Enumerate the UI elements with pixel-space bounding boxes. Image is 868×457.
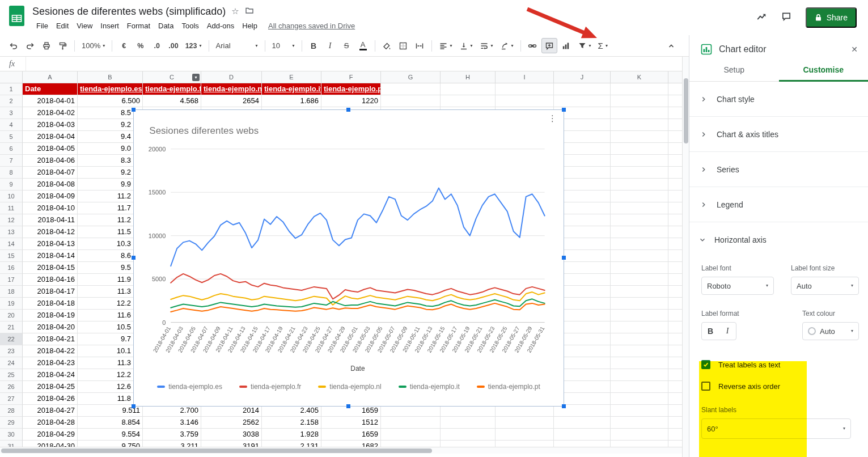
chart-object[interactable]: ⋮ Sesiones diferentes webs05000100001500… (133, 109, 564, 407)
text-rotation-dropdown[interactable]: ▾ (497, 38, 516, 53)
cell-K11[interactable] (611, 202, 668, 214)
cell-A15[interactable]: 2018-04-14 (23, 250, 78, 262)
column-header-E[interactable]: E (262, 71, 321, 83)
cell-K15[interactable] (611, 250, 668, 262)
row-number-6[interactable]: 6 (0, 143, 23, 155)
cell-D2[interactable]: 2654 (201, 95, 262, 107)
cell-A20[interactable]: 2018-04-19 (23, 310, 78, 321)
cell-L10[interactable] (668, 191, 682, 202)
cell-A13[interactable]: 2018-04-12 (23, 226, 78, 238)
menu-tools[interactable]: Tools (177, 20, 202, 31)
redo-button[interactable] (22, 38, 37, 53)
row-number-29[interactable]: 29 (0, 417, 23, 429)
row-number-8[interactable]: 8 (0, 167, 23, 179)
tab-customise[interactable]: Customise (779, 58, 868, 81)
cell-I31[interactable] (496, 441, 554, 447)
cell-A6[interactable]: 2018-04-05 (23, 143, 78, 155)
tab-setup[interactable]: Setup (689, 58, 779, 81)
resize-handle-nw[interactable] (132, 108, 136, 112)
row-number-17[interactable]: 17 (0, 274, 23, 286)
cell-L23[interactable] (668, 345, 682, 357)
row-number-9[interactable]: 9 (0, 179, 23, 191)
text-color-button[interactable]: A (355, 38, 371, 53)
row-number-3[interactable]: 3 (0, 107, 23, 119)
cell-A5[interactable]: 2018-04-04 (23, 131, 78, 143)
cell-E29[interactable]: 2.158 (262, 417, 321, 429)
cell-H29[interactable] (441, 417, 496, 429)
cell-K16[interactable] (611, 262, 668, 274)
cell-L20[interactable] (668, 310, 682, 321)
row-number-18[interactable]: 18 (0, 286, 23, 298)
cell-C31[interactable]: 3.211 (143, 441, 201, 447)
cell-A3[interactable]: 2018-04-02 (23, 107, 78, 119)
row-number-21[interactable]: 21 (0, 321, 23, 333)
cell-A8[interactable]: 2018-04-07 (23, 167, 78, 179)
cell-B30[interactable]: 9.554 (78, 429, 143, 441)
row-number-19[interactable]: 19 (0, 298, 23, 310)
column-header-G[interactable]: G (381, 71, 441, 83)
cell-A7[interactable]: 2018-04-06 (23, 155, 78, 167)
cell-A2[interactable]: 2018-04-01 (23, 95, 78, 107)
row-number-24[interactable]: 24 (0, 357, 23, 369)
cell-L19[interactable] (668, 298, 682, 310)
cell-L27[interactable] (668, 393, 682, 405)
star-icon[interactable]: ☆ (231, 6, 239, 16)
cell-A12[interactable]: 2018-04-11 (23, 214, 78, 226)
cell-A9[interactable]: 2018-04-08 (23, 179, 78, 191)
slant-labels-dropdown[interactable]: 60° ▾ (701, 418, 851, 439)
undo-button[interactable] (6, 38, 21, 53)
row-number-10[interactable]: 10 (0, 191, 23, 202)
column-header-D[interactable]: D (201, 71, 262, 83)
cell-G1[interactable] (381, 83, 441, 95)
cell-E30[interactable]: 1.928 (262, 429, 321, 441)
cell-A19[interactable]: 2018-04-18 (23, 298, 78, 310)
cell-D30[interactable]: 3038 (201, 429, 262, 441)
resize-handle-ne[interactable] (562, 108, 566, 112)
cell-D1[interactable]: tienda-ejemplo.nl (201, 83, 262, 95)
saved-status-link[interactable]: All changes saved in Drive (268, 22, 355, 30)
cell-K26[interactable] (611, 381, 668, 393)
vertical-align-dropdown[interactable]: ▾ (456, 38, 476, 53)
section-legend[interactable]: Legend (689, 187, 868, 222)
font-dropdown[interactable]: Arial▾ (213, 38, 261, 53)
select-all-corner[interactable] (0, 71, 23, 83)
cell-D31[interactable]: 3191 (201, 441, 262, 447)
cell-A28[interactable]: 2018-04-27 (23, 405, 78, 417)
row-number-31[interactable]: 31 (0, 441, 23, 447)
menu-view[interactable]: View (73, 20, 96, 31)
cell-L14[interactable] (668, 238, 682, 250)
cell-L3[interactable] (668, 107, 682, 119)
cell-L25[interactable] (668, 369, 682, 381)
cell-C1[interactable]: tienda-ejemplo.fr (143, 83, 201, 95)
vertical-scrollbar[interactable] (682, 57, 689, 457)
cell-L15[interactable] (668, 250, 682, 262)
font-size-dropdown[interactable]: 10▾ (269, 38, 298, 53)
section-chart-style[interactable]: Chart style (689, 82, 868, 117)
cell-I29[interactable] (496, 417, 554, 429)
fill-color-button[interactable] (379, 38, 395, 53)
cell-A10[interactable]: 2018-04-09 (23, 191, 78, 202)
row-number-22[interactable]: 22 (0, 333, 23, 345)
cell-A4[interactable]: 2018-04-03 (23, 119, 78, 131)
cell-L5[interactable] (668, 131, 682, 143)
cell-A26[interactable]: 2018-04-25 (23, 381, 78, 393)
text-colour-dropdown[interactable]: Auto ▾ (802, 322, 859, 340)
cell-C29[interactable]: 3.146 (143, 417, 201, 429)
cell-J1[interactable] (554, 83, 611, 95)
row-number-15[interactable]: 15 (0, 250, 23, 262)
row-number-12[interactable]: 12 (0, 214, 23, 226)
cell-K17[interactable] (611, 274, 668, 286)
menu-edit[interactable]: Edit (52, 20, 73, 31)
row-number-7[interactable]: 7 (0, 155, 23, 167)
resize-handle-se[interactable] (562, 404, 566, 408)
cell-K3[interactable] (611, 107, 668, 119)
cell-L24[interactable] (668, 357, 682, 369)
cell-B29[interactable]: 8.854 (78, 417, 143, 429)
cell-K10[interactable] (611, 191, 668, 202)
borders-button[interactable] (396, 38, 411, 53)
italic-toggle[interactable]: I (719, 323, 736, 340)
menu-insert[interactable]: Insert (96, 20, 123, 31)
move-folder-icon[interactable] (245, 6, 254, 17)
cell-H2[interactable] (441, 95, 496, 107)
vertical-scrollbar-thumb[interactable] (684, 78, 688, 143)
